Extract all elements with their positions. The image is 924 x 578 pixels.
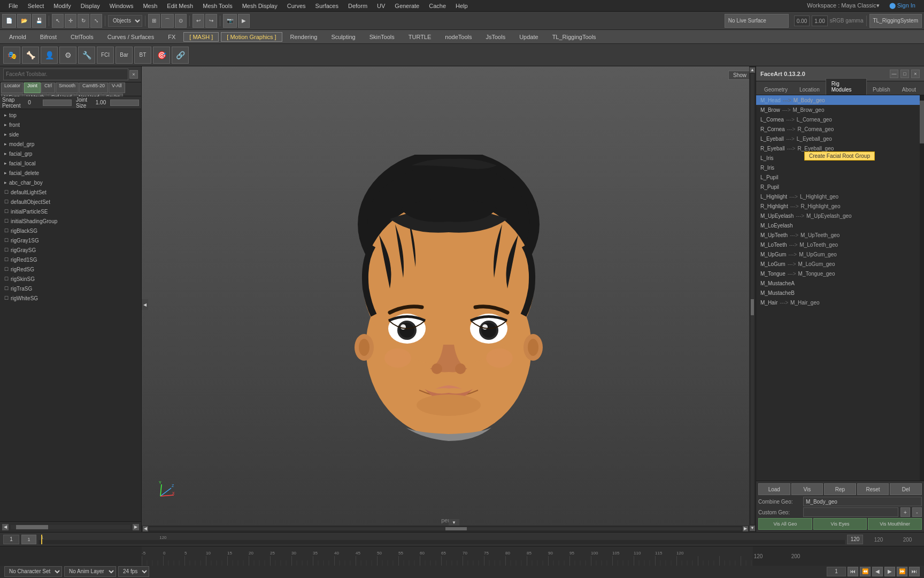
tab-update[interactable]: Update [513,32,544,42]
render-btn[interactable]: ▶ [238,14,250,28]
faceart-tab-location[interactable]: Location [794,84,826,95]
tab-motion-graphics[interactable]: [ Motion Graphics ] [221,32,282,42]
tab-mash[interactable]: [ MASH ] [183,32,219,42]
timeline-ruler-area[interactable]: -5 0 5 10 15 20 25 30 35 40 45 50 55 60 … [0,546,924,566]
tab-tl-riggingtools[interactable]: TL_RiggingTools [546,32,602,42]
vis-mouthliner-btn[interactable]: Vis Mouthliner [868,518,922,530]
menu-file[interactable]: File [4,2,22,10]
module-item-m-loeyelash[interactable]: M_LoEyelash [756,220,920,230]
btn-ctrl[interactable]: Ctrl [41,82,55,93]
tab-curves-surfaces[interactable]: Curves / Surfaces [102,32,160,42]
outliner-item-model-grp[interactable]: ▸model_grp [0,139,141,149]
outliner-item-initial-particle-se[interactable]: ☐initialParticleSE [0,207,141,216]
outliner-item-rig-gray1-sg[interactable]: ☐rigGray1SG [0,235,141,245]
outliner-item-rig-tra-sg[interactable]: ☐rigTraSG [0,284,141,293]
viewport-scroll-right[interactable]: ▲ ▼ [749,66,756,532]
module-item-m-brow[interactable]: M_Brow ---> M_Brow_geo [756,105,920,115]
select-tool-btn[interactable]: ↖ [52,14,64,28]
menu-mesh-tools[interactable]: Mesh Tools [198,2,236,10]
viewport[interactable]: X Z Y persp Show ▲ ▼ ◀ ▶ ◀ ▼ [142,66,756,532]
outliner[interactable]: ▸top ▸front ▸side ▸model_grp ▸facial_grp… [0,109,141,521]
vis-all-geo-btn[interactable]: Vis All Geo [758,518,812,530]
tab-nodetools[interactable]: nodeTools [439,32,478,42]
faceart-toolsbar-close[interactable]: × [129,70,138,79]
custom-geo-minus-btn[interactable]: - [912,507,922,517]
step-back-btn[interactable]: ⏪ [860,567,871,576]
faceart-tab-about[interactable]: About [896,84,922,95]
menu-uv[interactable]: UV [373,2,389,10]
menu-curves[interactable]: Curves [283,2,310,10]
faceart-vis-btn[interactable]: Vis [791,483,823,495]
faceart-close-btn[interactable]: × [911,70,920,78]
vis-eyes-btn[interactable]: Vis Eyes [813,518,867,530]
module-item-m-mustacheb[interactable]: M_MustacheB [756,288,920,298]
faceart-minimize-btn[interactable]: — [890,70,898,78]
timeline-start-input[interactable] [3,535,19,544]
rig-icon-6[interactable]: FCI [97,47,114,64]
menu-modify[interactable]: Modify [49,2,75,10]
outliner-item-default-object-set[interactable]: ☐defaultObjectSet [0,197,141,207]
module-item-m-loteeth[interactable]: M_LoTeeth ---> M_LoTeeth_geo [756,240,920,249]
faceart-maximize-btn[interactable]: □ [900,70,909,78]
rig-icon-9[interactable]: 🎯 [153,47,170,64]
module-item-m-hair[interactable]: M_Hair ---> M_Hair_geo [756,298,920,307]
menu-generate[interactable]: Generate [390,2,424,10]
snap-grid-btn[interactable]: ⊞ [148,14,160,28]
snap-slider[interactable] [43,100,72,106]
module-item-m-mustachea[interactable]: M_MustacheA [756,278,920,288]
faceart-del-btn[interactable]: Del [890,483,922,495]
module-list-scrollbar-thumb[interactable] [920,101,924,143]
faceart-toolsbar-input[interactable] [3,69,128,80]
rig-icon-1[interactable]: 🎭 [3,47,20,64]
rig-icon-3[interactable]: 👤 [41,47,58,64]
faceart-load-btn[interactable]: Load [758,483,790,495]
rig-icon-5[interactable]: 🔧 [78,47,95,64]
tab-arnold[interactable]: Arnold [3,32,32,42]
module-item-m-upteeth[interactable]: M_UpTeeth ---> M_UpTeeth_geo [756,230,920,240]
rig-icon-4[interactable]: ⚙ [59,47,76,64]
rig-icon-7[interactable]: Bar [116,47,133,64]
rig-icon-8[interactable]: BT [134,47,151,64]
module-item-l-eyeball[interactable]: L_Eyeball ---> L_Eyeball_geo [756,134,920,143]
module-item-m-logum[interactable]: M_LoGum ---> M_LoGum_geo [756,259,920,269]
module-item-m-upeyelash[interactable]: M_UpEyelash ---> M_UpEyelash_geo [756,211,920,220]
outliner-item-side[interactable]: ▸side [0,130,141,139]
btn-v-all[interactable]: V-All [109,82,125,93]
module-item-r-cornea[interactable]: R_Cornea ---> R_Cornea_geo [756,124,920,134]
module-list-scrollbar[interactable] [920,95,924,481]
scroll-left-btn[interactable]: ◀ [2,524,9,530]
menu-windows[interactable]: Windows [105,2,138,10]
module-item-l-highlight[interactable]: L_Highlight ---> L_Highlight_geo [756,192,920,201]
fps-select[interactable]: 24 fps [118,566,149,577]
btn-joint[interactable]: Joint [24,82,41,93]
outliner-item-facial-local[interactable]: ▸facial_local [0,158,141,168]
snap-point-btn[interactable]: ⊙ [175,14,187,28]
viewport-expand-left[interactable]: ◀ [142,299,148,310]
outliner-item-top[interactable]: ▸top [0,110,141,120]
module-item-r-iris[interactable]: R_Iris [756,163,920,172]
anim-layer-select[interactable]: No Anim Layer [64,566,116,577]
menu-deform[interactable]: Deform [344,2,372,10]
outliner-item-initial-shading-group[interactable]: ☐initialShadingGroup [0,216,141,226]
tab-fx[interactable]: FX [162,32,181,42]
menu-edit-mesh[interactable]: Edit Mesh [163,2,197,10]
module-item-l-cornea[interactable]: L_Cornea ---> L_Cornea_geo [756,115,920,124]
module-item-m-tongue[interactable]: M_Tongue ---> M_Tongue_geo [756,269,920,278]
new-file-btn[interactable]: 📄 [2,14,16,28]
open-file-btn[interactable]: 📂 [17,14,31,28]
menu-mesh[interactable]: Mesh [138,2,161,10]
outliner-item-rig-red-sg[interactable]: ☐rigRedSG [0,264,141,274]
objects-select[interactable]: Objects [108,15,142,27]
camera-btn[interactable]: 📷 [223,14,237,28]
move-tool-btn[interactable]: ✛ [65,14,76,28]
module-item-r-highlight[interactable]: R_Highlight ---> R_Highlight_geo [756,201,920,211]
tab-jstools[interactable]: JsTools [480,32,511,42]
outliner-item-rig-white-sg[interactable]: ☐rigWhiteSG [0,293,141,303]
save-file-btn[interactable]: 💾 [32,14,46,28]
btn-cam85-20[interactable]: Cam85-20 [79,82,108,93]
menu-select[interactable]: Select [24,2,49,10]
tab-sculpting[interactable]: Sculpting [325,32,361,42]
menu-display[interactable]: Display [76,2,104,10]
timeline-end-input[interactable] [847,535,863,544]
character-set-select[interactable]: No Character Set [4,566,62,577]
